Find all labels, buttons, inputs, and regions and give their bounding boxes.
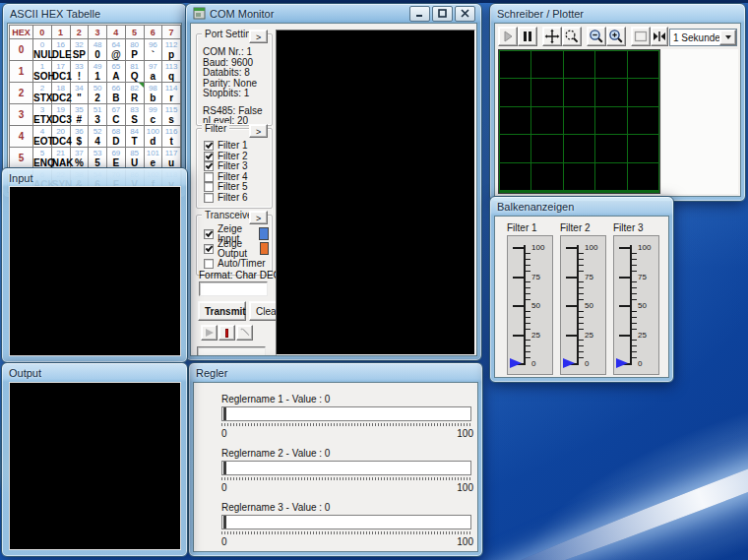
ascii-titlebar[interactable]: ASCII HEX Tabelle — [3, 4, 186, 23]
maximize-button[interactable] — [432, 6, 453, 22]
ascii-cell[interactable]: 535 — [89, 148, 107, 169]
pan-button[interactable] — [542, 27, 562, 46]
window-com-monitor[interactable]: COM Monitor Port Settings > COM Nr.: 1Ba… — [185, 3, 482, 361]
ascii-cell[interactable]: 69E — [107, 148, 126, 169]
ascii-cell[interactable]: 80P — [125, 39, 144, 61]
ascii-cell[interactable]: 96` — [144, 39, 162, 61]
format-input[interactable] — [199, 281, 268, 296]
checkbox-checked[interactable] — [204, 229, 214, 239]
ascii-cell[interactable]: 19DC3 — [51, 104, 70, 126]
pause-button[interactable] — [518, 27, 537, 46]
zoom-out-button[interactable] — [587, 27, 606, 46]
ascii-cell[interactable]: 2STX — [33, 83, 52, 104]
ascii-cell[interactable]: 85U — [125, 148, 144, 169]
arc-button[interactable] — [236, 325, 253, 341]
slider-track[interactable] — [221, 461, 471, 475]
port-settings-expand-button[interactable]: > — [249, 30, 268, 43]
ascii-cell[interactable]: 513 — [89, 104, 107, 126]
ascii-cell[interactable]: 34" — [70, 83, 89, 104]
window-input[interactable]: Input — [1, 167, 188, 363]
ascii-cell[interactable]: 502 — [89, 83, 107, 104]
ascii-cell[interactable]: 100d — [144, 126, 162, 148]
ascii-cell[interactable]: 82R — [125, 83, 144, 104]
ascii-cell[interactable]: 101e — [144, 148, 162, 169]
minimize-button[interactable] — [409, 6, 430, 22]
checkbox-checked[interactable] — [204, 244, 214, 254]
zoom-select-button[interactable] — [562, 27, 582, 46]
output-titlebar[interactable]: Output — [2, 363, 187, 382]
checkbox-checked[interactable] — [204, 161, 214, 171]
ascii-cell[interactable]: 115s — [162, 104, 181, 126]
checkbox-row[interactable]: Filter 5 — [197, 182, 272, 193]
ascii-cell[interactable]: 491 — [89, 61, 107, 83]
input-titlebar[interactable]: Input — [2, 168, 187, 187]
rect-select-button[interactable] — [631, 27, 651, 46]
ascii-cell[interactable]: 18DC2 — [51, 83, 70, 104]
ascii-cell[interactable]: 68D — [107, 126, 126, 148]
slider-track[interactable] — [221, 515, 471, 529]
ascii-cell[interactable]: 66B — [107, 83, 126, 104]
slider-track[interactable] — [221, 406, 471, 421]
checkbox-row[interactable]: Filter 1 — [197, 141, 272, 152]
ascii-cell[interactable]: 5ENQ — [33, 148, 52, 169]
ascii-cell[interactable]: 112p — [162, 39, 181, 61]
zoom-in-button[interactable] — [606, 27, 626, 46]
slider-thumb[interactable] — [223, 407, 226, 420]
ascii-cell[interactable]: 98b — [144, 83, 162, 104]
ascii-cell[interactable]: 116t — [162, 126, 181, 148]
window-regler[interactable]: Regler Reglername 1 - Value : 00100Regle… — [188, 362, 483, 557]
gauge-pointer[interactable] — [563, 358, 575, 368]
ascii-cell[interactable]: 17DC1 — [51, 61, 70, 83]
ascii-cell[interactable]: 97a — [144, 61, 162, 83]
ascii-cell[interactable]: 84T — [125, 126, 144, 148]
play-button[interactable] — [498, 27, 518, 46]
record-stop-button[interactable] — [218, 325, 235, 341]
ascii-cell[interactable]: 480 — [89, 39, 107, 61]
checkbox-row[interactable]: Zeige Output — [197, 241, 272, 256]
regler-titlebar[interactable]: Regler — [189, 363, 482, 382]
dropdown-arrow-button[interactable] — [719, 30, 736, 45]
ascii-cell[interactable]: 113q — [162, 61, 181, 83]
checkbox-unchecked[interactable] — [204, 259, 214, 269]
filter-expand-button[interactable]: > — [249, 124, 268, 138]
checkbox-unchecked[interactable] — [204, 193, 214, 203]
plotter-titlebar[interactable]: Schreiber / Plotter — [490, 4, 745, 23]
ascii-cell[interactable]: 114r — [162, 83, 181, 104]
ascii-cell[interactable]: 81Q — [125, 61, 144, 83]
ascii-cell[interactable]: 20DC4 — [51, 126, 70, 148]
window-output[interactable]: Output — [1, 362, 188, 557]
checkbox-checked[interactable] — [204, 152, 214, 161]
gauge-pointer[interactable] — [510, 358, 522, 368]
ascii-cell[interactable]: 37% — [70, 148, 89, 169]
ascii-cell[interactable]: 3ETX — [33, 104, 52, 126]
checkbox-unchecked[interactable] — [204, 182, 214, 192]
balken-titlebar[interactable]: Balkenanzeigen — [490, 197, 673, 216]
ascii-cell[interactable]: 4EOT — [33, 126, 52, 148]
ascii-cell[interactable]: 117u — [162, 148, 181, 169]
checkbox-row[interactable]: Auto/Timer — [197, 256, 272, 271]
transmit-button[interactable]: Transmit — [198, 301, 246, 321]
fit-button[interactable] — [651, 27, 668, 46]
ascii-cell[interactable]: 67C — [107, 104, 126, 126]
checkbox-unchecked[interactable] — [204, 172, 214, 182]
ascii-cell[interactable]: 16DLE — [51, 39, 70, 61]
slider-thumb[interactable] — [223, 462, 226, 474]
window-balkenanzeigen[interactable]: Balkenanzeigen Filter 10255075100Filter … — [489, 196, 674, 383]
ascii-cell[interactable]: 0NUL — [33, 39, 52, 61]
ascii-cell[interactable]: 99c — [144, 104, 162, 126]
transceive-expand-button[interactable]: > — [249, 211, 268, 224]
ascii-cell[interactable]: 1SOH — [33, 61, 52, 83]
close-button[interactable] — [455, 6, 475, 22]
ascii-cell[interactable]: 36$ — [70, 126, 89, 148]
ascii-cell[interactable]: 83S — [125, 104, 144, 126]
ascii-cell[interactable]: 65A — [107, 61, 126, 83]
ascii-cell[interactable]: 64@ — [107, 39, 126, 61]
com-titlebar[interactable]: COM Monitor — [186, 4, 481, 23]
ascii-cell[interactable]: 35# — [70, 104, 89, 126]
ascii-cell[interactable]: 32SP — [70, 39, 89, 61]
checkbox-row[interactable]: Filter 3 — [197, 161, 272, 172]
ascii-cell[interactable]: 21NAK — [51, 148, 70, 169]
checkbox-row[interactable]: Filter 6 — [197, 193, 272, 204]
window-schreiber-plotter[interactable]: Schreiber / Plotter — [489, 3, 746, 202]
flag-button[interactable] — [201, 325, 218, 341]
